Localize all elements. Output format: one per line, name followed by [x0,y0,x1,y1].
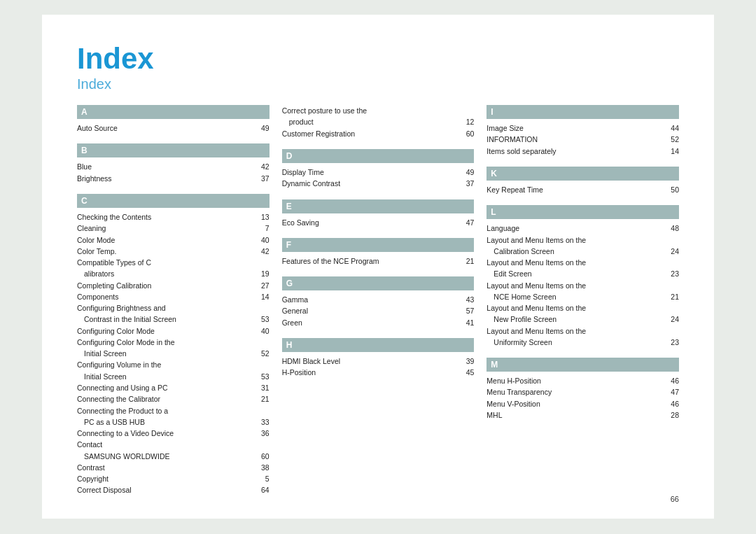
entry-page: 7 [254,223,270,234]
section-1-3: FFeatures of the NCE Program21 [282,238,475,267]
list-item: HDMI Black Level39 [282,356,475,367]
entry-page: 21 [458,255,474,267]
list-item: Gamma43 [282,294,475,305]
section-2-2: LLanguage48Layout and Menu Items on theC… [486,205,679,348]
list-item: Menu Transparency47 [486,386,679,398]
entry-page: 42 [254,161,270,172]
entry-label: Green [282,317,459,328]
entry-page [254,257,270,268]
list-item: Image Size44 [486,122,679,134]
list-item: Customer Registration60 [282,128,475,139]
entry-page: 28 [664,409,679,421]
list-item: Layout and Menu Items on the [486,280,679,291]
entry-label: Language [486,223,664,234]
entry-page: 44 [664,122,679,134]
list-item: Layout and Menu Items on the [486,257,679,268]
entry-label: Menu V-Position [486,398,664,409]
list-item: Configuring Color Mode in the [77,337,270,348]
entry-label: Image Size [486,122,664,134]
section-1-1: DDisplay Time49Dynamic Contrast37 [282,149,475,190]
list-item: Layout and Menu Items on the [486,234,679,246]
entry-label: H-Position [282,367,459,378]
entry-page: 48 [664,223,679,234]
sub-title: Index [77,76,679,92]
entry-page [664,257,679,268]
list-item: Language48 [486,223,679,234]
section-header-0-0: A [77,105,270,119]
section-header-1-1: D [282,149,475,163]
list-item: Contact [77,439,270,450]
entry-page: 40 [254,325,270,337]
list-item: NCE Home Screen21 [486,291,679,302]
list-item: Connecting and Using a PC31 [77,382,270,393]
entry-label: MHL [486,409,664,421]
entry-label: Connecting the Product to a [77,405,254,416]
section-header-0-1: B [77,143,270,157]
list-item: Connecting to a Video Device36 [77,428,270,439]
entry-label: Items sold separately [486,146,664,157]
entry-label: Connecting and Using a PC [77,382,254,393]
main-title: Index [77,43,679,75]
entry-label: Eco Saving [282,217,459,228]
entry-label: Color Mode [77,234,254,246]
list-item: Auto Source49 [77,122,270,134]
list-item: Layout and Menu Items on the [486,302,679,314]
list-item: Display Time49 [282,167,475,178]
entry-page [254,359,270,370]
list-item: Menu H-Position46 [486,375,679,386]
section-1-0: Correct posture to use theproduct12Custo… [282,105,475,139]
entry-page: 60 [254,451,270,462]
list-item: Color Temp.42 [77,246,270,257]
list-item: Cleaning7 [77,223,270,234]
section-header-2-0: I [486,105,679,119]
list-item: Connecting the Product to a [77,405,270,416]
entry-page: 52 [664,134,679,145]
section-header-1-2: E [282,199,475,213]
entry-page [254,405,270,416]
entry-label: Menu H-Position [486,375,664,386]
entry-label: Features of the NCE Program [282,255,459,267]
entry-page [664,325,679,337]
list-item: Contrast in the Initial Screen53 [77,314,270,325]
list-item: Green41 [282,317,475,328]
list-item: Blue42 [77,161,270,172]
entry-page: 39 [458,356,474,367]
entry-label: Connecting to a Video Device [77,428,254,439]
entry-page: 38 [254,462,270,473]
section-header-1-3: F [282,238,475,252]
entry-label: Copyright [77,473,254,484]
entry-label: New Profile Screen [486,314,664,325]
page: Index Index AAuto Source49BBlue42Brightn… [42,15,714,519]
entry-label: Configuring Color Mode [77,325,254,337]
list-item: Color Mode40 [77,234,270,246]
entry-page: 43 [458,294,474,305]
list-item: PC as a USB HUB33 [77,416,270,428]
entry-page [254,439,270,450]
entry-label: Connecting the Calibrator [77,393,254,405]
list-item: Correct posture to use the [282,105,475,116]
entry-page: 49 [458,167,474,178]
entry-label: Auto Source [77,122,254,134]
entry-label: Layout and Menu Items on the [486,280,664,291]
entry-label: Layout and Menu Items on the [486,257,664,268]
section-header-1-5: H [282,338,475,352]
entry-label: Correct posture to use the [282,105,459,116]
list-item: General57 [282,305,475,316]
entry-label: Uniformity Screen [486,337,664,348]
entry-label: Configuring Brightness and [77,302,254,314]
entry-label: Completing Calibration [77,280,254,291]
section-header-2-2: L [486,205,679,219]
section-2-1: KKey Repeat Time50 [486,167,679,195]
entry-label: Compatible Types of C [77,257,254,268]
title-section: Index Index [77,43,679,92]
section-header-0-2: C [77,194,270,208]
list-item: Compatible Types of C [77,257,270,268]
list-item: New Profile Screen24 [486,314,679,325]
list-item: Eco Saving47 [282,217,475,228]
list-item: Features of the NCE Program21 [282,255,475,267]
entry-page: 31 [254,382,270,393]
entry-page: 21 [254,393,270,405]
entry-label: PC as a USB HUB [77,416,254,428]
list-item: Configuring Brightness and [77,302,270,314]
entry-label: alibrators [77,268,254,279]
